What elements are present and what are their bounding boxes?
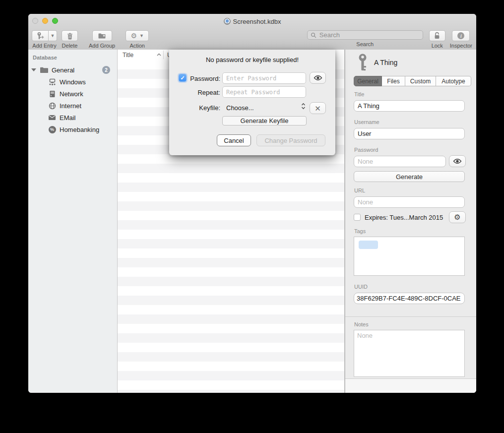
close-x-icon: ✕ [315, 105, 321, 112]
generate-password-button[interactable]: Generate [354, 171, 465, 182]
inspector-button[interactable]: i [452, 30, 470, 41]
folder-icon [40, 66, 49, 74]
unlock-icon [434, 32, 441, 40]
sidebar-item-network[interactable]: Network [28, 88, 117, 100]
entry-count-badge: 2 [102, 66, 110, 74]
expires-checkbox[interactable] [354, 214, 361, 221]
window-chrome: Screenshot.kdbx ▼ Add Entry [28, 14, 476, 50]
window-title-text: Screenshot.kdbx [233, 18, 281, 25]
eye-icon [314, 75, 322, 81]
column-header-title[interactable]: Title [123, 52, 133, 59]
document-icon [224, 18, 231, 25]
url-field[interactable] [354, 196, 465, 208]
inspector-label: Inspector [450, 43, 472, 49]
action-button[interactable]: ⚙ ▼ [126, 30, 149, 41]
add-entry-item: ▼ Add Entry [32, 30, 57, 49]
add-entry-dropdown[interactable]: ▼ [49, 30, 57, 41]
sidebar-item-label: Internet [60, 102, 81, 110]
search-field[interactable] [307, 30, 423, 40]
username-field[interactable] [354, 128, 465, 139]
delete-item: Delete [62, 30, 78, 49]
disclosure-triangle-icon[interactable] [31, 68, 36, 71]
uuid-field[interactable] [354, 293, 465, 304]
sidebar-item-general[interactable]: General 2 [28, 64, 117, 76]
inspector-panel: A Thing General Files Custom Autotype Ti… [345, 50, 476, 393]
tab-general[interactable]: General [354, 76, 382, 86]
add-entry-label: Add Entry [32, 43, 56, 49]
sidebar-item-windows[interactable]: Windows [28, 76, 117, 88]
eye-icon [453, 158, 462, 164]
expires-settings-button[interactable]: ⚙ [449, 211, 466, 223]
delete-label: Delete [62, 43, 78, 49]
keyfile-popup[interactable]: Choose... [226, 104, 254, 112]
sidebar: Database General 2 Windows Network [28, 50, 118, 393]
url-field-label: URL [354, 187, 365, 193]
generate-keyfile-button[interactable]: Generate Keyfile [222, 116, 307, 125]
sidebar-item-label: Homebanking [60, 126, 99, 133]
screenshot-canvas: { "window": { "title": "Screenshot.kdbx"… [0, 0, 504, 433]
sidebar-item-label: EMail [60, 114, 76, 122]
app-window: Screenshot.kdbx ▼ Add Entry [28, 14, 476, 393]
tags-box[interactable] [354, 237, 465, 276]
column-divider[interactable] [163, 51, 164, 59]
toolbar: ▼ Add Entry Delete Add Group [28, 29, 476, 49]
cancel-button[interactable]: Cancel [217, 134, 251, 146]
lock-item: Lock [429, 30, 445, 49]
action-item: ⚙ ▼ Action [126, 30, 149, 49]
add-group-item: Add Group [89, 30, 115, 49]
sidebar-item-homebanking[interactable]: % Homebanking [28, 124, 117, 135]
delete-button[interactable] [62, 30, 78, 41]
stepper-icon[interactable] [301, 103, 306, 110]
windows-network-icon [48, 78, 57, 86]
notes-field-label: Notes [354, 321, 369, 327]
trash-icon [66, 32, 73, 40]
title-field-label: Title [354, 91, 364, 97]
username-field-label: Username [354, 119, 379, 125]
inspector-item: i Inspector [450, 30, 472, 49]
chevron-down-icon: ▼ [139, 34, 144, 38]
entry-title: A Thing [374, 59, 397, 66]
sidebar-item-label: Windows [60, 78, 86, 86]
clear-keyfile-button[interactable]: ✕ [310, 102, 326, 114]
key-plus-icon [36, 32, 44, 40]
notes-field[interactable] [354, 330, 465, 377]
tab-files[interactable]: Files [382, 76, 405, 86]
info-icon: i [457, 32, 464, 39]
uuid-field-label: UUID [354, 284, 368, 290]
title-field[interactable] [354, 100, 465, 112]
password-label: Password: [169, 75, 220, 82]
globe-icon [48, 102, 57, 110]
gear-icon: ⚙ [130, 32, 137, 39]
tags-field-label: Tags [354, 228, 366, 234]
sidebar-item-email[interactable]: EMail [28, 112, 117, 124]
envelope-icon [48, 114, 57, 122]
password-field[interactable] [354, 156, 446, 167]
add-group-button[interactable] [92, 30, 112, 41]
sidebar-item-internet[interactable]: Internet [28, 100, 117, 112]
tab-custom[interactable]: Custom [405, 76, 436, 86]
chevron-down-icon: ▼ [51, 34, 55, 38]
repeat-password-input[interactable] [222, 86, 306, 98]
tab-autotype[interactable]: Autotype [436, 76, 471, 86]
password-field-label: Password [354, 147, 378, 153]
repeat-label: Repeat: [169, 89, 220, 96]
inspector-footer [345, 378, 476, 393]
search-label: Search [356, 41, 374, 47]
add-group-label: Add Group [89, 43, 115, 49]
search-input[interactable] [318, 31, 420, 39]
sidebar-item-label: Network [60, 90, 83, 98]
action-label: Action [129, 43, 145, 49]
enter-password-input[interactable] [222, 72, 306, 84]
change-password-button[interactable]: Change Password [256, 134, 325, 146]
window-title: Screenshot.kdbx [28, 18, 476, 25]
reveal-sheet-password-button[interactable] [310, 72, 326, 84]
inspector-tabs: General Files Custom Autotype [354, 76, 471, 86]
percent-icon: % [48, 125, 57, 133]
tag-token[interactable] [359, 241, 378, 249]
reveal-password-button[interactable] [449, 155, 466, 167]
keyfile-label: Keyfile: [169, 104, 220, 112]
lock-button[interactable] [429, 30, 445, 41]
lock-label: Lock [432, 43, 443, 49]
add-entry-button[interactable] [32, 30, 49, 41]
sidebar-item-label: General [52, 66, 74, 74]
